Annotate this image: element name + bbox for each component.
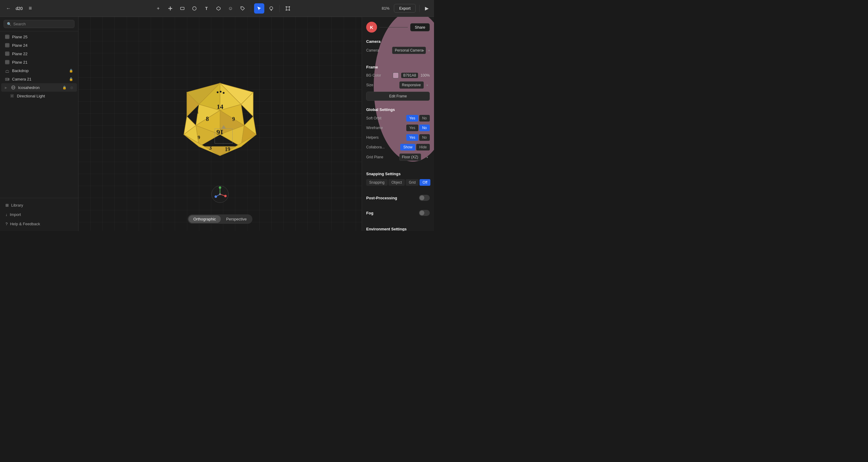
plane22-label: Plane 22 xyxy=(12,52,73,56)
toolbar-right: 81% Export ▶ xyxy=(364,4,430,13)
toolbar-divider-3 xyxy=(419,5,420,12)
svg-rect-0 xyxy=(181,7,184,10)
wireframe-yes-button[interactable]: Yes xyxy=(406,124,418,131)
plane25-label: Plane 25 xyxy=(12,35,73,39)
svg-point-81 xyxy=(219,193,221,195)
object-snap-button[interactable]: Object xyxy=(389,179,405,186)
bubble-tool-button[interactable] xyxy=(266,3,276,13)
svg-text:14: 14 xyxy=(217,103,223,110)
svg-point-73 xyxy=(223,92,224,94)
scene-item-plane21[interactable]: Plane 21 xyxy=(1,58,77,66)
grid-snap-button[interactable]: Grid xyxy=(406,179,418,186)
svg-rect-24 xyxy=(5,60,9,64)
fog-toggle[interactable] xyxy=(419,210,430,216)
export-button[interactable]: Export xyxy=(394,4,415,13)
main-content: 🔍 Plane 25 Plane 24 xyxy=(0,17,434,231)
soft-orbit-yes-button[interactable]: Yes xyxy=(406,115,418,121)
toolbar: ← d20 ≡ + T ☺ xyxy=(0,0,434,17)
play-button[interactable]: ▶ xyxy=(423,4,430,13)
off-snap-button[interactable]: Off xyxy=(420,179,430,186)
search-input[interactable] xyxy=(13,22,71,26)
scene-item-camera21[interactable]: Camera 21 🔒 xyxy=(1,75,77,83)
svg-text:19: 19 xyxy=(225,146,230,152)
frame-tool-button[interactable] xyxy=(283,3,293,13)
svg-point-76 xyxy=(219,186,221,189)
orthographic-view-button[interactable]: Orthographic xyxy=(188,215,221,223)
collabora-show-button[interactable]: Show xyxy=(400,144,415,150)
search-wrapper: 🔍 xyxy=(4,20,74,28)
edit-frame-button[interactable]: Edit Frame xyxy=(366,92,430,101)
bg-color-opacity: 100% xyxy=(421,73,430,78)
toolbar-left: ← d20 ≡ xyxy=(4,4,82,13)
bg-color-row: BG Color B791A8 100% xyxy=(366,73,430,79)
circle-tool-button[interactable] xyxy=(189,3,199,13)
zoom-level: 81% xyxy=(379,6,392,10)
add-tool-button[interactable]: + xyxy=(153,3,163,13)
share-button[interactable]: Share xyxy=(410,23,430,31)
shape3d-tool-button[interactable] xyxy=(213,3,224,13)
svg-line-43 xyxy=(11,97,11,97)
camera-select[interactable]: Personal Camera xyxy=(392,47,426,54)
scene-item-plane25[interactable]: Plane 25 xyxy=(1,33,77,41)
wireframe-group: Yes No xyxy=(406,124,430,131)
fog-title: Fog xyxy=(366,211,416,215)
toolbar-divider xyxy=(251,5,251,12)
library-item[interactable]: ⊞ Library xyxy=(1,201,77,210)
wireframe-no-button[interactable]: No xyxy=(419,124,430,131)
expand-icon[interactable]: ▶ xyxy=(5,86,7,89)
svg-rect-19 xyxy=(5,52,9,56)
select-tool-button[interactable] xyxy=(254,3,264,13)
text-tool-button[interactable]: T xyxy=(201,3,212,13)
svg-rect-14 xyxy=(5,44,9,47)
size-select-wrapper: Responsive xyxy=(399,81,430,89)
light-icon xyxy=(10,93,14,98)
post-processing-toggle[interactable] xyxy=(419,195,430,201)
svg-point-71 xyxy=(217,91,218,93)
helpers-group: Yes No xyxy=(406,134,430,141)
lock-icon: 🔒 xyxy=(69,69,73,73)
svg-line-41 xyxy=(13,97,13,97)
scene-item-directional-light[interactable]: Directional Light xyxy=(1,92,77,100)
viewport[interactable]: 14 8 9 16 9 3 19 7 xyxy=(79,17,362,231)
perspective-view-button[interactable]: Perspective xyxy=(221,215,252,223)
help-item[interactable]: ? Help & Feedback xyxy=(1,219,77,229)
grid-plane-select[interactable]: Floor (XZ) xyxy=(399,153,421,161)
grid-plane-select-wrapper: Floor (XZ) xyxy=(399,153,430,161)
camera-section-title: Camera xyxy=(366,39,430,44)
collabora-label: Collabora... xyxy=(366,145,398,149)
project-title: d20 xyxy=(16,6,23,11)
tag-tool-button[interactable] xyxy=(238,3,248,13)
svg-point-78 xyxy=(224,195,227,197)
size-label: Size xyxy=(366,83,397,87)
move-tool-button[interactable] xyxy=(165,3,176,13)
back-button[interactable]: ← xyxy=(4,4,13,12)
svg-line-42 xyxy=(13,95,13,95)
helpers-no-button[interactable]: No xyxy=(419,134,430,141)
scene-item-icosahedron[interactable]: ▶ Icosahedron 🔒 ◎ xyxy=(1,83,77,92)
scene-list: Plane 25 Plane 24 Plane 22 xyxy=(0,31,78,198)
emoji-tool-button[interactable]: ☺ xyxy=(225,3,236,13)
helpers-yes-button[interactable]: Yes xyxy=(406,134,418,141)
view-toggle: Orthographic Perspective xyxy=(187,214,252,224)
size-select[interactable]: Responsive xyxy=(399,81,424,89)
scene-item-plane24[interactable]: Plane 24 xyxy=(1,41,77,50)
rectangle-tool-button[interactable] xyxy=(177,3,187,13)
snapping-button[interactable]: Snapping xyxy=(366,179,388,186)
bg-color-swatch[interactable] xyxy=(393,73,399,79)
post-processing-row: Post-Processing xyxy=(366,195,430,201)
import-item[interactable]: ↓ Import xyxy=(1,210,77,219)
collabora-hide-button[interactable]: Hide xyxy=(416,144,430,150)
size-row: Size Responsive xyxy=(366,81,430,89)
svg-rect-30 xyxy=(5,78,8,81)
plane-icon xyxy=(5,51,10,56)
bg-color-hex[interactable]: B791A8 xyxy=(401,73,418,78)
svg-rect-5 xyxy=(286,6,287,7)
camera-select-wrapper: Personal Camera xyxy=(392,47,426,54)
svg-rect-6 xyxy=(289,6,290,7)
scene-item-backdrop[interactable]: Backdrop 🔒 xyxy=(1,66,77,75)
svg-point-72 xyxy=(220,91,221,93)
scene-item-plane22[interactable]: Plane 22 xyxy=(1,50,77,58)
grid-plane-label: Grid Plane xyxy=(366,155,397,159)
soft-orbit-no-button[interactable]: No xyxy=(419,115,430,121)
menu-button[interactable]: ≡ xyxy=(27,4,33,13)
